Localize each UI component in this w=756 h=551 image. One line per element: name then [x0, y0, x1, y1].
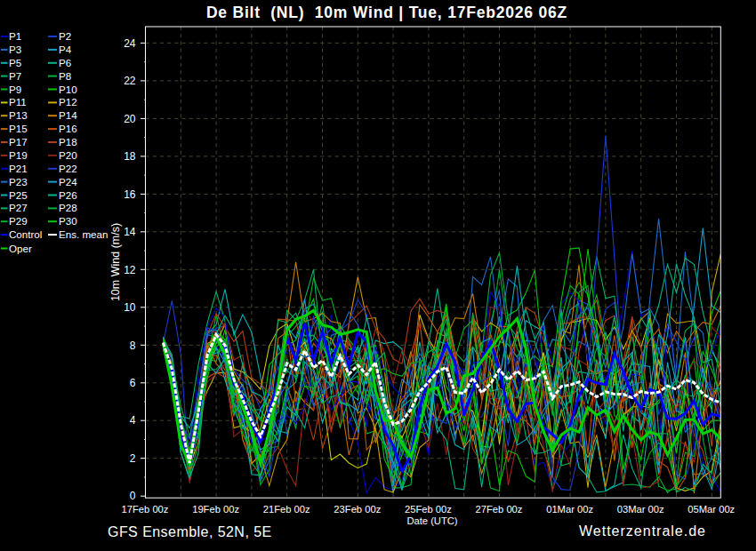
svg-text:4: 4: [130, 414, 136, 427]
svg-text:P26: P26: [59, 189, 77, 201]
svg-text:P15: P15: [9, 123, 28, 134]
svg-text:P20: P20: [59, 149, 77, 161]
svg-text:25Feb 00z: 25Feb 00z: [405, 504, 452, 515]
svg-text:P30: P30: [59, 215, 77, 227]
svg-text:P18: P18: [59, 136, 77, 148]
svg-text:16: 16: [124, 188, 136, 201]
svg-text:P14: P14: [59, 109, 77, 121]
svg-text:GFS Ensemble, 52N, 5E: GFS Ensemble, 52N, 5E: [108, 524, 272, 539]
svg-text:P23: P23: [9, 176, 28, 188]
svg-text:P27: P27: [9, 202, 28, 213]
svg-text:2: 2: [130, 452, 136, 465]
svg-text:01Mar 00z: 01Mar 00z: [546, 504, 593, 515]
svg-text:17Feb 00z: 17Feb 00z: [122, 504, 169, 515]
svg-text:22: 22: [124, 75, 136, 87]
svg-text:P6: P6: [59, 57, 71, 68]
svg-text:P3: P3: [9, 44, 21, 55]
svg-text:18: 18: [124, 150, 136, 163]
svg-text:23Feb 00z: 23Feb 00z: [334, 504, 381, 515]
svg-text:P4: P4: [59, 44, 72, 55]
svg-text:P28: P28: [59, 202, 77, 213]
svg-text:P12: P12: [59, 96, 77, 108]
svg-text:P24: P24: [59, 176, 77, 188]
svg-text:0: 0: [130, 490, 136, 502]
svg-text:P5: P5: [9, 57, 21, 68]
svg-text:10: 10: [124, 301, 136, 314]
svg-text:05Mar 00z: 05Mar 00z: [688, 504, 735, 515]
svg-text:P21: P21: [9, 163, 28, 174]
svg-text:P17: P17: [9, 136, 28, 148]
svg-text:27Feb 00z: 27Feb 00z: [476, 504, 523, 515]
svg-text:P22: P22: [59, 163, 77, 174]
svg-text:P29: P29: [9, 215, 28, 227]
svg-text:12: 12: [124, 264, 136, 276]
svg-text:P10: P10: [59, 84, 77, 95]
svg-text:P25: P25: [9, 189, 28, 201]
svg-text:10m Wind (m/s): 10m Wind (m/s): [109, 223, 122, 301]
svg-text:19Feb 00z: 19Feb 00z: [192, 504, 239, 515]
svg-text:03Mar 00z: 03Mar 00z: [617, 504, 664, 515]
svg-text:P16: P16: [59, 123, 77, 134]
svg-text:P19: P19: [9, 149, 28, 161]
svg-text:24: 24: [124, 37, 136, 50]
svg-text:Ens. mean: Ens. mean: [59, 228, 108, 240]
svg-text:Oper: Oper: [9, 243, 32, 254]
svg-text:P1: P1: [9, 30, 21, 42]
svg-text:De Bilt (NL) 10m Wind | Tue,: De Bilt (NL) 10m Wind | Tue, 17Feb2026 0…: [206, 4, 567, 21]
svg-text:20: 20: [124, 113, 136, 125]
svg-text:P13: P13: [9, 109, 28, 121]
svg-text:14: 14: [124, 226, 136, 238]
svg-text:6: 6: [130, 377, 136, 389]
svg-text:Date (UTC): Date (UTC): [406, 515, 457, 526]
svg-text:8: 8: [130, 339, 136, 352]
svg-text:Control: Control: [9, 228, 42, 240]
svg-text:P7: P7: [9, 70, 21, 82]
svg-text:21Feb 00z: 21Feb 00z: [263, 504, 310, 515]
svg-text:P8: P8: [59, 70, 71, 82]
svg-text:Wetterzentrale.de: Wetterzentrale.de: [579, 523, 706, 539]
svg-text:P9: P9: [9, 84, 21, 95]
svg-text:P2: P2: [59, 30, 71, 42]
svg-text:P11: P11: [9, 96, 27, 108]
